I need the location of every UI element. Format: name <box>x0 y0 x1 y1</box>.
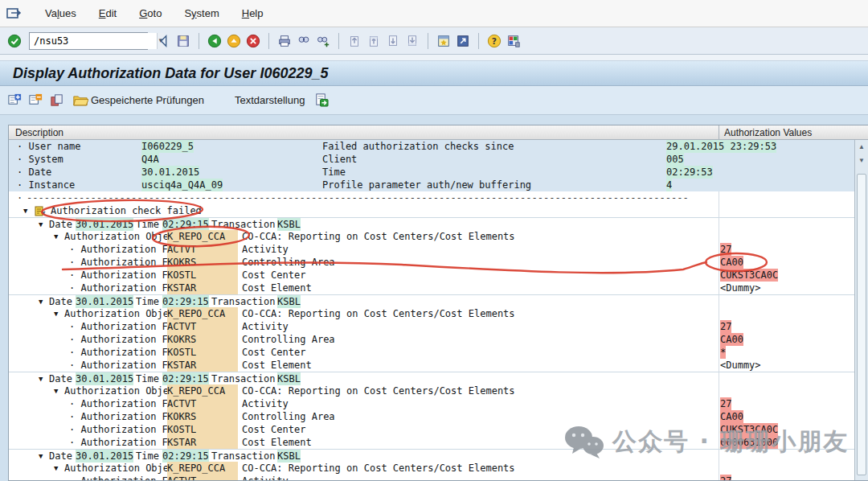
collapse-arrow-icon[interactable]: ▼ <box>23 204 27 217</box>
exit-circle-icon[interactable] <box>226 33 242 49</box>
auth-field-row[interactable]: · Authorization FieldACTVTActivity27 <box>9 397 854 410</box>
auth-field-code: KOSTL <box>167 423 238 436</box>
find-icon[interactable] <box>296 33 312 49</box>
collapse-arrow-icon[interactable]: ▼ <box>39 218 43 231</box>
menu-item-edit[interactable]: Edit <box>88 5 128 22</box>
transaction-label: Transaction <box>211 372 275 385</box>
auth-field-desc: Controlling Area <box>242 333 335 346</box>
auth-field-value: 27 <box>720 320 731 333</box>
collapse-arrow-icon[interactable]: ▼ <box>54 384 58 397</box>
auth-field-row[interactable]: · Authorization FieldKOSTLCost CenterCUK… <box>9 269 854 282</box>
scroll-up-icon[interactable]: ▲ <box>855 140 868 154</box>
vertical-scrollbar[interactable]: ▲ ▼ <box>854 140 868 480</box>
time-label: Time <box>136 295 159 308</box>
find-next-icon[interactable] <box>315 33 331 49</box>
collapse-arrow-icon[interactable]: ▼ <box>54 230 58 243</box>
prev-page-icon[interactable] <box>366 33 382 49</box>
auth-object-row[interactable]: ▼Authorization ObjectK_REPO_CCACO-CCA: R… <box>9 384 854 397</box>
auth-field-value: 27 <box>720 475 731 481</box>
date-row[interactable]: ▼Date30.01.2015Time02:29:15TransactionKS… <box>9 372 854 384</box>
date-label: Date <box>49 295 72 308</box>
export-icon[interactable] <box>313 92 329 109</box>
cancel-circle-icon[interactable] <box>245 33 261 49</box>
date-label: Date <box>49 218 72 231</box>
collapse-arrow-icon[interactable]: ▼ <box>54 462 58 475</box>
collapse-all-icon[interactable] <box>27 92 43 109</box>
scroll-down-icon[interactable]: ▼ <box>855 154 868 167</box>
auth-object-row[interactable]: ▼Authorization ObjectK_REPO_CCACO-CCA: R… <box>9 462 854 475</box>
enter-icon[interactable] <box>6 33 23 49</box>
date-row[interactable]: ▼Date30.01.2015Time02:29:15TransactionKS… <box>9 449 854 462</box>
transaction-label: Transaction <box>211 218 275 231</box>
saved-checks-button[interactable]: Gespeicherte Prüfungen <box>69 92 207 109</box>
collapse-arrow-icon[interactable]: ▼ <box>39 372 43 385</box>
info-value: Q4A <box>141 153 159 166</box>
info-label2: Client <box>322 153 357 166</box>
last-page-icon[interactable] <box>404 33 420 49</box>
auth-field-row[interactable]: · Authorization FieldACTVTActivity27 <box>9 475 854 481</box>
print-icon[interactable] <box>276 33 293 49</box>
collapse-arrow-icon[interactable]: ▼ <box>54 307 58 320</box>
menu-item-values[interactable]: Values <box>34 5 88 22</box>
auth-field-row[interactable]: · Authorization FieldKSTARCost Element<D… <box>9 282 854 294</box>
transaction-value: KSBL <box>277 450 301 462</box>
tree-root-label[interactable]: Authorization check failed <box>51 204 202 217</box>
auth-field-row[interactable]: · Authorization FieldACTVTActivity27 <box>9 320 854 333</box>
layout-icon[interactable] <box>506 33 522 49</box>
expand-all-icon[interactable] <box>6 92 23 109</box>
menu-item-goto[interactable]: Goto <box>128 5 173 22</box>
command-input[interactable] <box>30 33 157 49</box>
info-label: · Date <box>17 166 51 179</box>
back-icon[interactable] <box>156 33 172 49</box>
auth-object-desc: CO-CCA: Reporting on Cost Centers/Cost E… <box>242 462 515 475</box>
new-session-icon[interactable] <box>436 33 452 49</box>
auth-field-row[interactable]: · Authorization FieldKSTARCost Element00… <box>9 436 854 449</box>
auth-object-desc: CO-CCA: Reporting on Cost Centers/Cost E… <box>242 384 515 397</box>
auth-object-row[interactable]: ▼Authorization ObjectK_REPO_CCACO-CCA: R… <box>9 230 854 243</box>
shortcut-icon[interactable] <box>455 33 471 49</box>
column-header-description[interactable]: Description <box>15 127 63 138</box>
text-display-button[interactable]: Textdarstellung <box>231 92 308 108</box>
back-circle-icon[interactable] <box>207 33 223 49</box>
date-row[interactable]: ▼Date30.01.2015Time02:29:15TransactionKS… <box>9 217 854 230</box>
auth-field-row[interactable]: · Authorization FieldKOKRSControlling Ar… <box>9 333 854 346</box>
save-icon[interactable] <box>175 33 191 49</box>
scrollbar-thumb[interactable] <box>857 174 866 475</box>
auth-field-desc: Controlling Area <box>242 256 335 269</box>
menu-bar: ValuesEditGotoSystemHelp <box>0 0 868 27</box>
auth-field-code: ACTVT <box>167 243 238 256</box>
auth-field-row[interactable]: · Authorization FieldACTVTActivity27 <box>9 243 854 256</box>
auth-field-code: KOSTL <box>167 346 238 359</box>
first-page-icon[interactable] <box>346 33 362 49</box>
system-menu-icon[interactable] <box>6 7 23 20</box>
auth-field-code: KOKRS <box>167 410 238 423</box>
column-header-authorization-values[interactable]: Authorization Values <box>724 127 812 138</box>
auth-field-row[interactable]: · Authorization FieldKOKRSControlling Ar… <box>9 410 854 423</box>
info-value2: 4 <box>666 179 672 191</box>
auth-field-row[interactable]: · Authorization FieldKOSTLCost CenterCUK… <box>9 423 854 436</box>
collapse-arrow-icon[interactable]: ▼ <box>39 295 43 308</box>
tree-root-row[interactable]: ▼Authorization check failed <box>9 204 854 217</box>
hierarchy-icon[interactable] <box>48 92 64 109</box>
auth-field-desc: Activity <box>242 243 289 256</box>
info-label: · User name <box>17 140 80 153</box>
menu-item-system[interactable]: System <box>173 5 230 22</box>
standard-toolbar: ▼ ? <box>0 27 868 55</box>
next-page-icon[interactable] <box>385 33 401 49</box>
menu-item-help[interactable]: Help <box>231 5 275 22</box>
auth-object-row[interactable]: ▼Authorization ObjectK_REPO_CCACO-CCA: R… <box>9 307 854 320</box>
auth-field-row[interactable]: · Authorization FieldKOSTLCost Center* <box>9 346 854 359</box>
info-value: usciq4a_Q4A_09 <box>141 179 223 191</box>
separator-bullet: · <box>17 191 23 204</box>
auth-field-code: KOSTL <box>167 269 238 282</box>
auth-field-row[interactable]: · Authorization FieldKOKRSControlling Ar… <box>9 256 854 269</box>
date-row[interactable]: ▼Date30.01.2015Time02:29:15TransactionKS… <box>9 294 854 307</box>
separator-dashes: ----------------------------------------… <box>27 191 689 204</box>
auth-field-code: ACTVT <box>167 475 238 481</box>
auth-field-row[interactable]: · Authorization FieldKSTARCost Element<D… <box>9 359 854 372</box>
help-icon[interactable]: ? <box>486 33 502 49</box>
info-label2: Time <box>322 166 346 179</box>
auth-field-code: KSTAR <box>167 359 238 372</box>
auth-object-label: Authorization Object <box>64 384 181 397</box>
collapse-arrow-icon[interactable]: ▼ <box>39 450 43 462</box>
